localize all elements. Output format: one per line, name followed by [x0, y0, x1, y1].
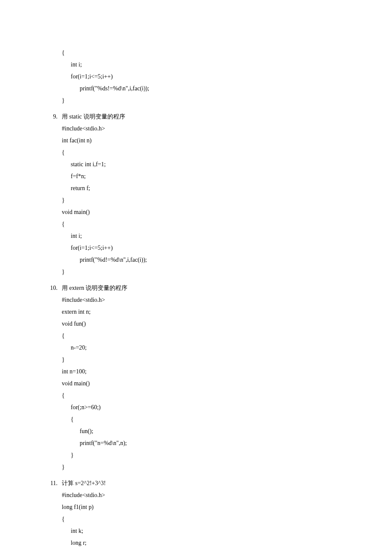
- list-item: 9. 用 static 说明变量的程序#include<stdio.h> int…: [0, 111, 392, 278]
- code-block: { int i; for(i=1;i<=5;i++) printf("%ds!=…: [62, 49, 149, 104]
- item-marker: 9.: [0, 111, 62, 123]
- page: { int i; for(i=1;i<=5;i++) printf("%ds!=…: [0, 0, 392, 555]
- item-marker: [0, 47, 62, 59]
- item-content: 用 static 说明变量的程序#include<stdio.h> int fa…: [62, 111, 147, 278]
- code-block: #include<stdio.h> int fac(int n) { stati…: [62, 125, 147, 275]
- item-content: 用 extern 说明变量的程序#include<stdio.h> extern…: [62, 282, 127, 473]
- list-item: { int i; for(i=1;i<=5;i++) printf("%ds!=…: [0, 47, 392, 107]
- list-item: 10. 用 extern 说明变量的程序#include<stdio.h> ex…: [0, 282, 392, 473]
- item-marker: 10.: [0, 282, 62, 294]
- item-title: 用 extern 说明变量的程序: [62, 282, 127, 294]
- item-title: 计算 s=2^2!+3^3!: [62, 477, 106, 489]
- code-block: #include<stdio.h> extern int n; void fun…: [62, 297, 127, 470]
- item-content: { int i; for(i=1;i<=5;i++) printf("%ds!=…: [62, 47, 149, 107]
- item-title: 用 static 说明变量的程序: [62, 111, 147, 123]
- list-item: 11. 计算 s=2^2!+3^3!#include<stdio.h> long…: [0, 477, 392, 549]
- item-marker: 11.: [0, 477, 62, 489]
- item-content: 计算 s=2^2!+3^3!#include<stdio.h> long f1(…: [62, 477, 106, 549]
- code-block: #include<stdio.h> long f1(int p) { int k…: [62, 492, 105, 546]
